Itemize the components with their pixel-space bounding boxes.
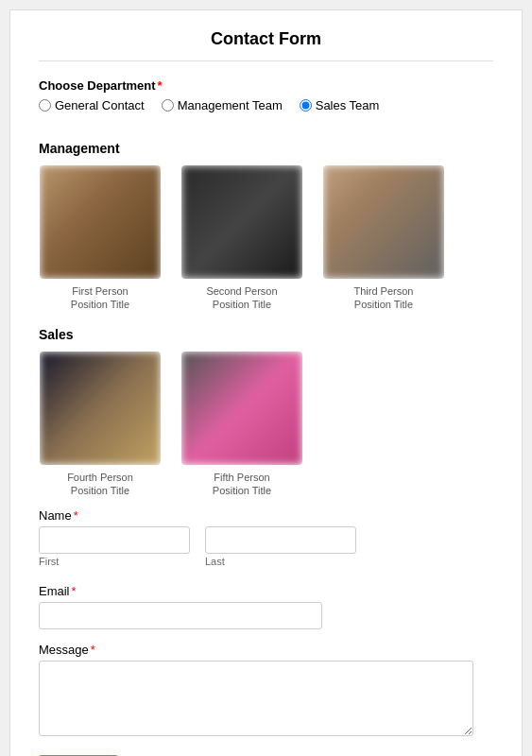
staff-photo-image-1 [40,165,161,279]
staff-photo-1 [40,165,161,279]
staff-name-1: First PersonPosition Title [71,284,129,312]
first-name-group: First [39,526,190,567]
staff-card-3: Third PersonPosition Title [322,165,445,312]
name-row: First Last [39,526,493,567]
department-field: Choose Department* General Contact Manag… [39,78,493,128]
message-field: Message* [39,643,493,736]
staff-name-2: Second PersonPosition Title [206,284,277,312]
email-label: Email* [39,584,493,598]
radio-input-general[interactable] [39,99,51,112]
last-name-input[interactable] [205,526,356,554]
first-name-sublabel: First [39,556,190,567]
staff-card-4: Fourth PersonPosition Title [39,352,162,498]
name-field: Name* First Last [39,508,493,571]
page-container: Contact Form Choose Department* General … [9,9,523,756]
page-title: Contact Form [39,29,493,61]
staff-name-4: Fourth PersonPosition Title [67,471,133,498]
department-radio-group: General Contact Management Team Sales Te… [39,98,493,112]
radio-sales-team[interactable]: Sales Team [300,98,380,112]
staff-photo-image-2 [181,165,302,279]
management-section: Management First PersonPosition Title Se… [39,141,493,312]
last-name-group: Last [205,526,356,567]
sales-staff-grid: Fourth PersonPosition Title Fifth Person… [39,352,493,498]
staff-card-2: Second PersonPosition Title [180,165,303,312]
staff-photo-image-5 [181,352,302,465]
radio-management-team[interactable]: Management Team [162,98,283,112]
staff-photo-4 [40,352,161,465]
staff-name-3: Third PersonPosition Title [354,284,414,312]
sales-section: Sales Fourth PersonPosition Title Fifth … [39,327,493,498]
staff-photo-image-3 [323,165,444,279]
radio-input-management[interactable] [162,99,174,112]
last-name-sublabel: Last [205,556,356,567]
message-label: Message* [39,643,493,657]
staff-photo-3 [323,165,444,279]
staff-photo-2 [181,165,302,279]
department-label: Choose Department* [39,78,493,93]
staff-photo-image-4 [40,352,161,465]
sales-title: Sales [39,327,493,342]
staff-name-5: Fifth PersonPosition Title [213,471,271,498]
radio-general-contact[interactable]: General Contact [39,98,145,112]
staff-photo-5 [181,352,302,465]
email-input[interactable] [39,602,322,629]
message-textarea[interactable] [39,661,473,736]
management-title: Management [39,141,493,156]
staff-card-1: First PersonPosition Title [39,165,162,312]
management-staff-grid: First PersonPosition Title Second Person… [39,165,493,312]
staff-card-5: Fifth PersonPosition Title [180,352,303,498]
name-label: Name* [39,508,493,523]
radio-input-sales[interactable] [300,99,312,112]
email-field: Email* [39,584,493,629]
first-name-input[interactable] [39,526,190,554]
